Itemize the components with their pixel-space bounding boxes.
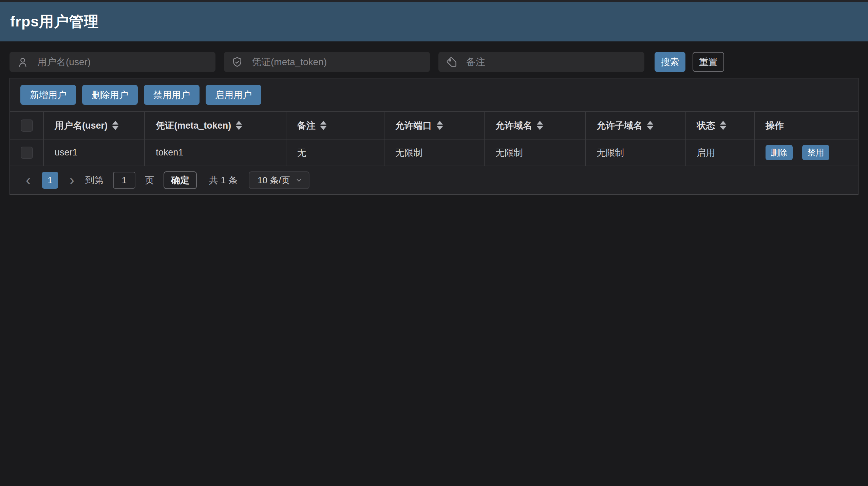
- sort-icon[interactable]: [647, 121, 653, 130]
- chevron-down-icon: [295, 176, 303, 184]
- confirm-page-button[interactable]: 确定: [164, 171, 197, 189]
- sort-icon[interactable]: [437, 121, 443, 130]
- row-checkbox[interactable]: [21, 147, 33, 159]
- column-header-token[interactable]: 凭证(meta_token): [145, 112, 286, 139]
- column-header-user[interactable]: 用户名(user): [43, 112, 145, 139]
- username-field-wrapper: [10, 52, 215, 72]
- cell-ports: 无限制: [384, 139, 484, 166]
- page-unit-label: 页: [145, 174, 154, 186]
- cell-subdomains: 无限制: [585, 139, 685, 166]
- username-input[interactable]: [37, 57, 208, 68]
- sort-icon[interactable]: [236, 121, 242, 130]
- pagination: ‹ 1 › 到第 页 确定 共 1 条 10 条/页: [10, 166, 858, 194]
- table-header-row: 用户名(user) 凭证(meta_token) 备注: [10, 112, 858, 139]
- goto-page-input[interactable]: [113, 172, 135, 189]
- row-delete-button[interactable]: 删除: [766, 145, 793, 160]
- note-input[interactable]: [466, 57, 637, 68]
- sort-icon[interactable]: [320, 121, 326, 130]
- note-field-wrapper: [438, 52, 644, 72]
- next-page-button[interactable]: ›: [68, 173, 76, 187]
- total-count-label: 共 1 条: [209, 174, 238, 186]
- cell-status: 启用: [686, 139, 754, 166]
- cell-domains: 无限制: [484, 139, 585, 166]
- select-all-checkbox[interactable]: [21, 119, 33, 132]
- disable-user-button[interactable]: 禁用用户: [144, 85, 200, 105]
- token-field-wrapper: [224, 52, 430, 72]
- page-size-select[interactable]: 10 条/页: [249, 171, 309, 189]
- search-bar: 搜索 重置: [10, 52, 858, 72]
- page-size-value: 10 条/页: [258, 174, 290, 186]
- goto-label: 到第: [85, 174, 103, 186]
- sort-icon[interactable]: [537, 121, 543, 130]
- delete-user-button[interactable]: 删除用户: [82, 85, 138, 105]
- prev-page-button[interactable]: ‹: [24, 173, 33, 187]
- page-title: frps用户管理: [10, 12, 99, 32]
- reset-button[interactable]: 重置: [693, 52, 724, 72]
- column-header-note[interactable]: 备注: [286, 112, 384, 139]
- user-icon: [17, 56, 29, 68]
- column-header-status[interactable]: 状态: [686, 112, 754, 139]
- column-header-domains[interactable]: 允许域名: [484, 112, 585, 139]
- enable-user-button[interactable]: 启用用户: [206, 85, 261, 105]
- sort-icon[interactable]: [112, 121, 118, 130]
- tag-icon: [446, 56, 457, 68]
- table-row: user1 token1 无 无限制 无限制 无限制 启用 删除 禁用: [10, 139, 858, 166]
- cell-token: token1: [145, 139, 286, 166]
- users-panel: 新增用户 删除用户 禁用用户 启用用户 用户名(user): [10, 78, 858, 195]
- users-table: 用户名(user) 凭证(meta_token) 备注: [10, 112, 858, 166]
- search-button[interactable]: 搜索: [655, 52, 685, 72]
- app-header: frps用户管理: [0, 2, 868, 41]
- sort-icon[interactable]: [720, 121, 726, 130]
- column-header-subdomains[interactable]: 允许子域名: [585, 112, 685, 139]
- cell-actions: 删除 禁用: [754, 139, 858, 166]
- cell-user: user1: [43, 139, 145, 166]
- add-user-button[interactable]: 新增用户: [20, 85, 76, 105]
- page-1-button[interactable]: 1: [42, 172, 58, 189]
- column-header-actions: 操作: [754, 112, 858, 139]
- column-header-ports[interactable]: 允许端口: [384, 112, 484, 139]
- cell-note: 无: [286, 139, 384, 166]
- row-disable-button[interactable]: 禁用: [802, 145, 829, 160]
- token-input[interactable]: [252, 57, 422, 68]
- user-actions-toolbar: 新增用户 删除用户 禁用用户 启用用户: [10, 78, 858, 112]
- shield-check-icon: [231, 56, 243, 68]
